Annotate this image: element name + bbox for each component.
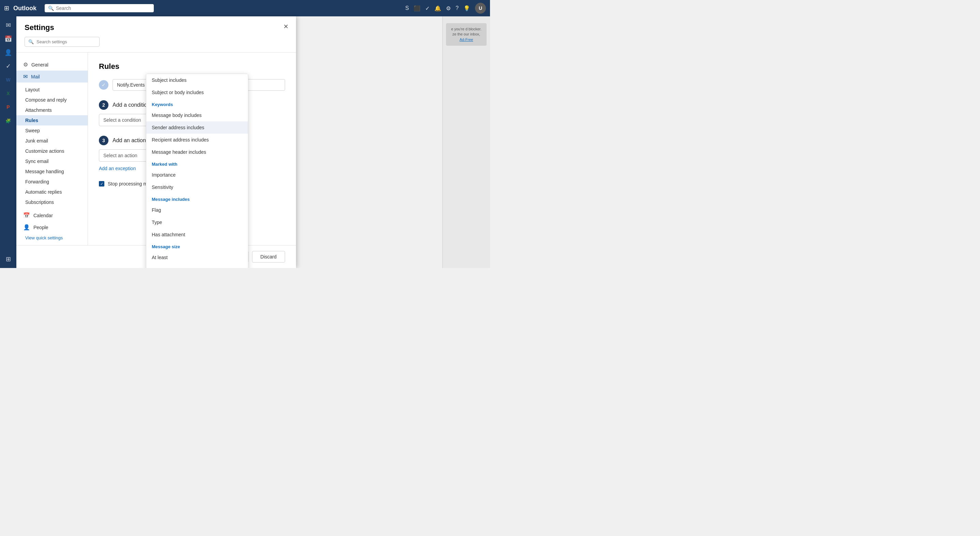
discard-button[interactable]: Discard bbox=[252, 251, 285, 262]
rule-check-circle: ✓ bbox=[99, 80, 108, 90]
nav-item-general[interactable]: ⚙ General bbox=[16, 59, 88, 71]
nav-item-sweep[interactable]: Sweep bbox=[16, 126, 88, 136]
main-layout: ✉ 📅 👤 ✓ W X P 🧩 ⊞ e you're d blocker. ze… bbox=[0, 16, 490, 268]
sidebar-grid-icon[interactable]: ⊞ bbox=[2, 253, 14, 265]
stop-processing-checkbox[interactable]: ✓ bbox=[99, 181, 104, 186]
sidebar-excel-icon[interactable]: X bbox=[2, 87, 14, 100]
nav-item-people[interactable]: 👤 People bbox=[16, 221, 88, 233]
condition-dropdown-menu[interactable]: Subject includesSubject or body includes… bbox=[146, 74, 248, 268]
nav-item-rules[interactable]: Rules bbox=[16, 115, 88, 126]
dropdown-category-keywords: Keywords bbox=[146, 99, 248, 109]
gear-icon[interactable]: ⚙ bbox=[446, 5, 451, 11]
topbar-actions: S ⬛ ✓ 🔔 ⚙ ? 💡 U bbox=[405, 3, 486, 14]
nav-item-forwarding[interactable]: Forwarding bbox=[16, 177, 88, 187]
settings-title: Settings bbox=[25, 23, 288, 32]
search-icon: 🔍 bbox=[48, 5, 54, 11]
ad-block: e you're d blocker. ze the our inbox, Ad… bbox=[446, 23, 487, 46]
dropdown-item[interactable]: Subject includes bbox=[146, 74, 248, 86]
nav-item-junk[interactable]: Junk email bbox=[16, 136, 88, 146]
condition-placeholder: Select a condition bbox=[103, 117, 141, 123]
dropdown-item[interactable]: Recipient address includes bbox=[146, 134, 248, 146]
nav-item-customize[interactable]: Customize actions bbox=[16, 146, 88, 156]
add-exception-link[interactable]: Add an exception bbox=[99, 166, 136, 171]
search-input[interactable] bbox=[56, 5, 150, 11]
ad-panel: e you're d blocker. ze the our inbox, Ad… bbox=[442, 16, 490, 268]
topbar: ⊞ Outlook 🔍 S ⬛ ✓ 🔔 ⚙ ? 💡 U bbox=[0, 0, 490, 16]
step3-label: Add an action bbox=[113, 137, 146, 143]
close-button[interactable]: ✕ bbox=[281, 22, 291, 31]
dropdown-item[interactable]: Has attachment bbox=[146, 229, 248, 241]
sidebar-ppt-icon[interactable]: P bbox=[2, 101, 14, 113]
settings-header: Settings 🔍 bbox=[16, 16, 296, 52]
dropdown-item[interactable]: Message body includes bbox=[146, 109, 248, 121]
dropdown-item[interactable]: Type bbox=[146, 216, 248, 229]
app-sidebar: ✉ 📅 👤 ✓ W X P 🧩 ⊞ bbox=[0, 16, 16, 268]
calendar-icon: 📅 bbox=[23, 212, 30, 219]
settings-nav: ⚙ General ✉ Mail Layout Compose and repl… bbox=[16, 52, 88, 245]
sidebar-mail-icon[interactable]: ✉ bbox=[2, 19, 14, 31]
nav-item-calendar[interactable]: 📅 Calendar bbox=[16, 209, 88, 221]
help-icon[interactable]: ? bbox=[455, 5, 459, 11]
nav-item-message-handling[interactable]: Message handling bbox=[16, 166, 88, 177]
sidebar-tasks-icon[interactable]: ✓ bbox=[2, 60, 14, 72]
ad-text: e you're d blocker. ze the our inbox, bbox=[451, 27, 482, 36]
sidebar-word-icon[interactable]: W bbox=[2, 74, 14, 86]
nav-label-calendar: Calendar bbox=[33, 213, 53, 218]
rules-title: Rules bbox=[99, 62, 285, 71]
dropdown-item[interactable]: Flag bbox=[146, 204, 248, 216]
nav-item-auto-replies[interactable]: Automatic replies bbox=[16, 187, 88, 197]
dropdown-category-marked-with: Marked with bbox=[146, 158, 248, 169]
bell-icon[interactable]: 🔔 bbox=[434, 5, 441, 11]
step2-label: Add a condition bbox=[113, 102, 150, 108]
dropdown-category-message-includes: Message includes bbox=[146, 193, 248, 204]
nav-item-sync[interactable]: Sync email bbox=[16, 156, 88, 166]
nav-item-compose[interactable]: Compose and reply bbox=[16, 95, 88, 105]
dropdown-item[interactable]: At least bbox=[146, 251, 248, 264]
step3-circle: 3 bbox=[99, 136, 108, 145]
people-icon: 👤 bbox=[23, 224, 30, 231]
nav-section-categories: ⚙ General ✉ Mail Layout Compose and repl… bbox=[16, 57, 88, 245]
dropdown-item[interactable]: Message header includes bbox=[146, 146, 248, 158]
step2-circle: 2 bbox=[99, 100, 108, 110]
nav-mail-items: Layout Compose and reply Attachments Rul… bbox=[16, 83, 88, 209]
sidebar-teams-icon[interactable]: 🧩 bbox=[2, 115, 14, 127]
nav-item-subscriptions[interactable]: Subscriptions bbox=[16, 197, 88, 207]
action-placeholder: Select an action bbox=[103, 153, 137, 158]
app-logo: Outlook bbox=[13, 5, 37, 12]
nav-label-people: People bbox=[33, 225, 48, 230]
avatar[interactable]: U bbox=[475, 3, 486, 14]
sidebar-calendar-icon[interactable]: 📅 bbox=[2, 33, 14, 45]
dropdown-item[interactable]: At most bbox=[146, 264, 248, 268]
dropdown-item[interactable]: Sensitivity bbox=[146, 181, 248, 193]
general-icon: ⚙ bbox=[23, 61, 28, 68]
settings-search-input[interactable] bbox=[37, 39, 96, 45]
nav-label-general: General bbox=[31, 62, 48, 67]
nav-item-layout[interactable]: Layout bbox=[16, 84, 88, 95]
dropdown-item[interactable]: Subject or body includes bbox=[146, 86, 248, 99]
dropdown-item[interactable]: Sender address includes bbox=[146, 121, 248, 134]
apps-icon[interactable]: ⬛ bbox=[414, 5, 420, 11]
tasks-icon[interactable]: ✓ bbox=[425, 5, 430, 11]
settings-search-bar: 🔍 bbox=[25, 37, 100, 47]
nav-item-mail[interactable]: ✉ Mail bbox=[16, 71, 88, 83]
view-quick-settings-link[interactable]: View quick settings bbox=[16, 233, 88, 242]
skype-icon[interactable]: S bbox=[405, 5, 409, 11]
grid-icon[interactable]: ⊞ bbox=[4, 5, 9, 12]
mail-background: e you're d blocker. ze the our inbox, Ad… bbox=[16, 16, 490, 268]
nav-label-mail: Mail bbox=[31, 74, 40, 80]
search-bar: 🔍 bbox=[45, 4, 154, 12]
mail-icon: ✉ bbox=[23, 73, 28, 80]
nav-item-attachments[interactable]: Attachments bbox=[16, 105, 88, 115]
sidebar-people-icon[interactable]: 👤 bbox=[2, 46, 14, 59]
lightbulb-icon[interactable]: 💡 bbox=[463, 5, 470, 11]
dropdown-item[interactable]: Importance bbox=[146, 169, 248, 181]
settings-search-icon: 🔍 bbox=[28, 39, 34, 45]
ad-free-link[interactable]: Ad-Free bbox=[460, 38, 473, 41]
dropdown-category-message-size: Message size bbox=[146, 241, 248, 251]
